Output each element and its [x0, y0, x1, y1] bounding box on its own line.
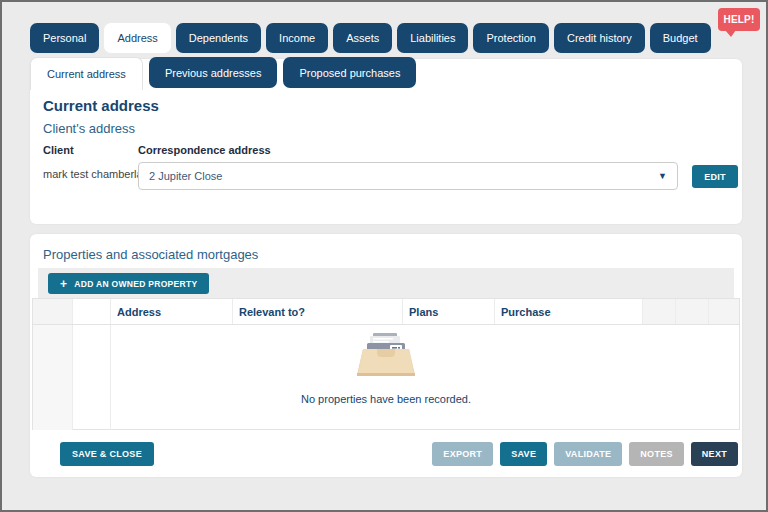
- plus-icon: +: [60, 278, 67, 290]
- tab-dependents[interactable]: Dependents: [176, 23, 261, 53]
- subtab-proposed-purchases[interactable]: Proposed purchases: [283, 57, 416, 88]
- edit-button[interactable]: EDIT: [692, 165, 738, 188]
- main-tab-bar: Personal Address Dependents Income Asset…: [30, 23, 711, 53]
- tab-income[interactable]: Income: [266, 23, 328, 53]
- empty-drawer-icon: [357, 331, 415, 377]
- next-button[interactable]: NEXT: [691, 442, 738, 466]
- tab-protection[interactable]: Protection: [473, 23, 549, 53]
- app-window: HELP! Personal Address Dependents Income…: [0, 0, 768, 512]
- add-owned-property-label: ADD AN OWNED PROPERTY: [74, 279, 197, 289]
- page-title: Current address: [43, 97, 159, 114]
- tab-budget[interactable]: Budget: [650, 23, 711, 53]
- correspondence-address-select[interactable]: 2 Jupiter Close ▼: [138, 162, 678, 190]
- header-cell-blank-3: [643, 299, 676, 324]
- tab-personal[interactable]: Personal: [30, 23, 99, 53]
- help-button[interactable]: HELP!: [718, 8, 760, 31]
- properties-table-body: No properties have been recorded.: [33, 325, 739, 430]
- tab-address[interactable]: Address: [104, 23, 170, 53]
- notes-button[interactable]: NOTES: [629, 442, 684, 466]
- save-and-close-button[interactable]: SAVE & CLOSE: [60, 442, 154, 466]
- correspondence-address-label: Correspondence address: [138, 144, 271, 156]
- chevron-down-icon: ▼: [658, 171, 667, 181]
- add-owned-property-button[interactable]: + ADD AN OWNED PROPERTY: [48, 273, 209, 294]
- properties-panel: Properties and associated mortgages + AD…: [30, 234, 742, 477]
- empty-state-message: No properties have been recorded.: [33, 393, 739, 405]
- client-column-label: Client: [43, 144, 74, 156]
- header-cell-address: Address: [111, 299, 233, 324]
- header-cell-relevant-to: Relevant to?: [233, 299, 403, 324]
- sub-tab-bar: Current address Previous addresses Propo…: [30, 57, 416, 90]
- tab-assets[interactable]: Assets: [333, 23, 392, 53]
- selected-address-value: 2 Jupiter Close: [149, 170, 222, 182]
- subtab-previous-addresses[interactable]: Previous addresses: [149, 57, 278, 88]
- header-cell-blank-4: [676, 299, 709, 324]
- header-cell-blank-1: [33, 299, 73, 324]
- header-cell-blank-5: [709, 299, 739, 324]
- header-cell-blank-2: [73, 299, 111, 324]
- empty-state: No properties have been recorded.: [33, 331, 739, 405]
- tab-credit-history[interactable]: Credit history: [554, 23, 645, 53]
- tab-liabilities[interactable]: Liabilities: [397, 23, 468, 53]
- footer-button-group: EXPORT SAVE VALIDATE NOTES NEXT: [432, 442, 738, 466]
- properties-toolbar: + ADD AN OWNED PROPERTY: [38, 268, 734, 298]
- properties-heading: Properties and associated mortgages: [43, 247, 258, 262]
- export-button[interactable]: EXPORT: [432, 442, 493, 466]
- validate-button[interactable]: VALIDATE: [554, 442, 622, 466]
- subtab-current-address[interactable]: Current address: [30, 57, 143, 90]
- properties-table-header: Address Relevant to? Plans Purchase: [33, 299, 739, 325]
- save-button[interactable]: SAVE: [500, 442, 547, 466]
- client-name: mark test chamberlain: [43, 168, 151, 180]
- header-cell-purchase: Purchase: [495, 299, 643, 324]
- header-cell-plans: Plans: [403, 299, 495, 324]
- properties-table: Address Relevant to? Plans Purchase: [32, 298, 740, 430]
- clients-address-heading: Client's address: [43, 121, 135, 136]
